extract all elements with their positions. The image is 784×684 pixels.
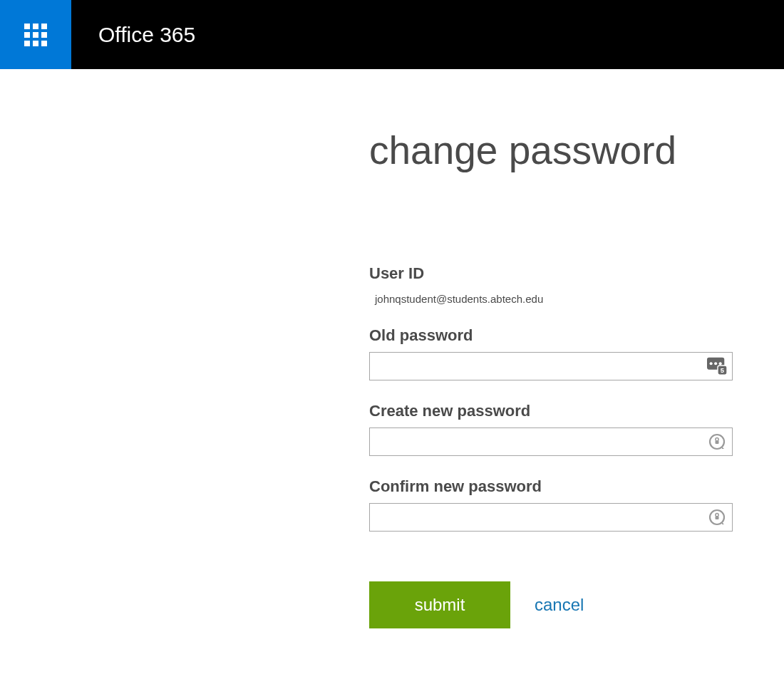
brand-title: Office 365 (71, 0, 195, 69)
confirm-password-group: Confirm new password (369, 477, 734, 532)
old-password-input[interactable] (369, 352, 733, 380)
new-password-group: Create new password (369, 402, 734, 456)
user-id-value: johnqstudent@students.abtech.edu (369, 293, 734, 305)
confirm-password-label: Confirm new password (369, 477, 734, 496)
content: change password User ID johnqstudent@stu… (0, 69, 784, 628)
user-id-label: User ID (369, 264, 734, 283)
cancel-link[interactable]: cancel (535, 595, 584, 615)
waffle-icon (24, 24, 47, 46)
page-title: change password (369, 128, 734, 173)
confirm-password-input[interactable] (369, 503, 733, 532)
submit-button[interactable]: submit (369, 581, 510, 628)
new-password-input[interactable] (369, 428, 733, 456)
header: Office 365 (0, 0, 784, 69)
change-password-form: User ID johnqstudent@students.abtech.edu… (369, 264, 734, 628)
old-password-group: Old password 5 (369, 326, 734, 380)
new-password-label: Create new password (369, 402, 734, 420)
old-password-label: Old password (369, 326, 734, 345)
button-row: submit cancel (369, 581, 734, 628)
app-launcher-button[interactable] (0, 0, 71, 69)
